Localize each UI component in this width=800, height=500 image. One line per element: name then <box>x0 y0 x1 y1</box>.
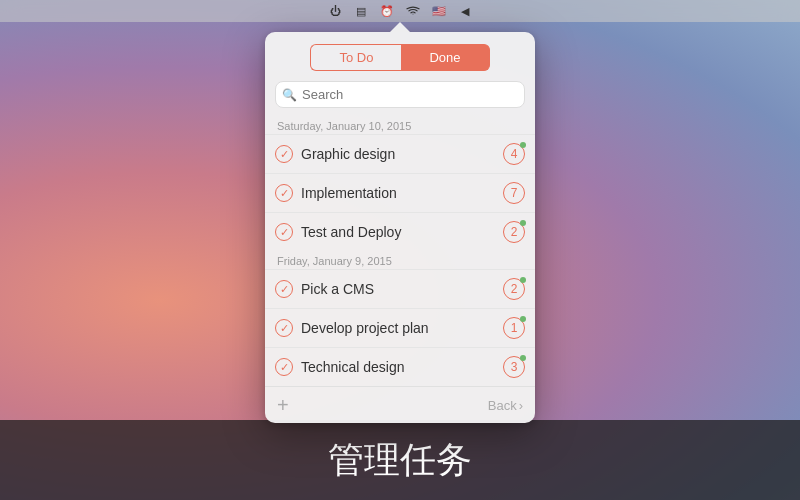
dot-indicator <box>520 142 526 148</box>
tab-bar: To Do Done <box>265 32 535 81</box>
dot-indicator <box>520 316 526 322</box>
tab-todo[interactable]: To Do <box>310 44 401 71</box>
checkmark-icon: ✓ <box>280 323 289 334</box>
back-label: Back <box>488 398 517 413</box>
task-badge: 1 <box>503 317 525 339</box>
back-icon[interactable]: ◀ <box>457 3 473 19</box>
checkmark-icon: ✓ <box>280 284 289 295</box>
task-check: ✓ <box>275 319 293 337</box>
task-item[interactable]: ✓ Pick a CMS 2 <box>265 269 535 308</box>
menubar: ⏻ ▤ ⏰ 🇺🇸 ◀ <box>0 0 800 22</box>
dot-indicator <box>520 355 526 361</box>
clock-icon[interactable]: ⏰ <box>379 3 395 19</box>
task-item[interactable]: ✓ Develop project plan 1 <box>265 308 535 347</box>
checkmark-icon: ✓ <box>280 149 289 160</box>
popup-arrow <box>390 22 410 32</box>
checkmark-icon: ✓ <box>280 362 289 373</box>
task-label: Develop project plan <box>301 320 503 336</box>
task-label: Pick a CMS <box>301 281 503 297</box>
search-input[interactable] <box>275 81 525 108</box>
chevron-right-icon: › <box>519 398 523 413</box>
bottom-banner: 管理任务 <box>0 420 800 500</box>
task-label: Technical design <box>301 359 503 375</box>
popup-card: To Do Done 🔍 Saturday, January 10, 2015 … <box>265 32 535 423</box>
popup-footer: + Back › <box>265 386 535 423</box>
task-label: Test and Deploy <box>301 224 503 240</box>
dot-indicator <box>520 277 526 283</box>
checkmark-icon: ✓ <box>280 188 289 199</box>
search-wrapper: 🔍 <box>275 81 525 108</box>
tab-done[interactable]: Done <box>401 44 489 71</box>
task-label: Implementation <box>301 185 503 201</box>
task-badge: 2 <box>503 221 525 243</box>
task-badge: 2 <box>503 278 525 300</box>
task-check: ✓ <box>275 358 293 376</box>
task-label: Graphic design <box>301 146 503 162</box>
bottom-text: 管理任务 <box>328 436 472 485</box>
task-check: ✓ <box>275 280 293 298</box>
flag-icon[interactable]: 🇺🇸 <box>431 3 447 19</box>
task-item[interactable]: ✓ Test and Deploy 2 <box>265 212 535 251</box>
section-header-2: Friday, January 9, 2015 <box>265 251 535 269</box>
task-badge: 3 <box>503 356 525 378</box>
display-icon[interactable]: ▤ <box>353 3 369 19</box>
wifi-icon[interactable] <box>405 3 421 19</box>
task-check: ✓ <box>275 184 293 202</box>
task-item[interactable]: ✓ Technical design 3 <box>265 347 535 386</box>
search-container: 🔍 <box>265 81 535 116</box>
checkmark-icon: ✓ <box>280 227 289 238</box>
task-item[interactable]: ✓ Graphic design 4 <box>265 134 535 173</box>
task-check: ✓ <box>275 145 293 163</box>
task-check: ✓ <box>275 223 293 241</box>
power-icon[interactable]: ⏻ <box>327 3 343 19</box>
dot-indicator <box>520 220 526 226</box>
back-button[interactable]: Back › <box>488 398 523 413</box>
task-badge: 4 <box>503 143 525 165</box>
task-badge: 7 <box>503 182 525 204</box>
add-button[interactable]: + <box>277 395 289 415</box>
section-header-1: Saturday, January 10, 2015 <box>265 116 535 134</box>
task-item[interactable]: ✓ Implementation 7 <box>265 173 535 212</box>
